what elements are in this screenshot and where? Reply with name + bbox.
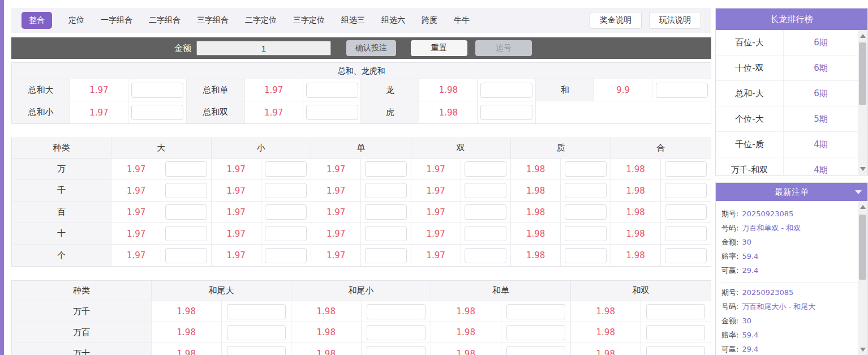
- bet-amount-input[interactable]: [565, 183, 607, 198]
- bet-amount-input[interactable]: [227, 304, 286, 319]
- bet-amount-input[interactable]: [131, 83, 183, 98]
- bet-amount-input[interactable]: [265, 161, 307, 177]
- bet-amount-input[interactable]: [367, 325, 426, 340]
- bet-amount-input[interactable]: [565, 204, 607, 220]
- tab-定位[interactable]: 定位: [68, 15, 84, 25]
- bet-amount-input[interactable]: [365, 248, 407, 263]
- order-field-amount: 金额:30: [721, 314, 858, 328]
- column-header: 种类: [12, 281, 152, 301]
- bet-amount-input[interactable]: [165, 183, 207, 198]
- orders-scrollbar[interactable]: [858, 201, 867, 355]
- bet-amount-input[interactable]: [465, 248, 506, 263]
- bet-input-cell: [361, 245, 411, 266]
- dragon-scrollbar[interactable]: [858, 30, 867, 175]
- row-label: 百: [12, 202, 111, 223]
- bet-amount-input[interactable]: [506, 304, 565, 319]
- bet-amount-input[interactable]: [506, 325, 565, 340]
- bet-amount-input[interactable]: [480, 83, 532, 98]
- bet-amount-input[interactable]: [265, 248, 307, 263]
- streak-count: 5期: [784, 106, 858, 131]
- confirm-bet-button[interactable]: 确认投注: [346, 40, 396, 56]
- bet-amount-input[interactable]: [165, 226, 207, 241]
- bet-amount-input[interactable]: [165, 161, 207, 177]
- bet-amount-input[interactable]: [265, 183, 307, 198]
- odds-value: 1.98: [511, 180, 561, 202]
- amount-input[interactable]: [196, 41, 331, 55]
- bet-input-cell: [261, 159, 311, 180]
- bet-amount-input[interactable]: [465, 183, 506, 198]
- collapse-chevron-icon[interactable]: [855, 190, 862, 194]
- latest-orders-panel: 最新注单 期号:20250923085号码:万百和单双 - 和双金额:30赔率:…: [715, 182, 868, 355]
- bet-amount-input[interactable]: [646, 325, 705, 340]
- orders-scrollbar-thumb[interactable]: [859, 215, 866, 280]
- odds-value: 1.98: [611, 245, 661, 266]
- bet-amount-input[interactable]: [131, 105, 183, 120]
- dragon-ranking-row: 个位-大5期: [716, 106, 858, 132]
- order-entry: 期号:20250923085号码:万百和尾大小 - 和尾大金额:30赔率:59.…: [721, 283, 858, 355]
- bet-amount-input[interactable]: [227, 346, 286, 355]
- bet-amount-input[interactable]: [465, 226, 506, 241]
- bet-amount-input[interactable]: [165, 204, 207, 220]
- scroll-up-icon[interactable]: [858, 202, 867, 212]
- tab-二字组合[interactable]: 二字组合: [149, 15, 181, 25]
- order-field-value: 30: [742, 238, 751, 246]
- bet-amount-input[interactable]: [656, 83, 708, 98]
- bet-amount-input[interactable]: [227, 325, 286, 340]
- dragon-scrollbar-thumb[interactable]: [859, 42, 866, 105]
- tab-一字组合[interactable]: 一字组合: [101, 15, 132, 25]
- order-field-value: 30: [742, 316, 751, 325]
- reset-button[interactable]: 重置: [411, 40, 467, 56]
- bet-amount-input[interactable]: [367, 346, 426, 355]
- bet-amount-input[interactable]: [365, 226, 407, 241]
- chase-number-button[interactable]: 追号: [475, 40, 532, 56]
- bet-amount-input[interactable]: [465, 161, 506, 177]
- bet-amount-input[interactable]: [665, 161, 707, 177]
- bet-amount-input[interactable]: [265, 204, 307, 220]
- bet-amount-input[interactable]: [480, 105, 532, 120]
- bet-amount-input[interactable]: [365, 161, 407, 177]
- bet-amount-input[interactable]: [665, 183, 707, 198]
- bet-amount-input[interactable]: [565, 161, 607, 177]
- bet-amount-input[interactable]: [665, 248, 707, 263]
- bet-amount-input[interactable]: [365, 183, 407, 198]
- scroll-up-icon[interactable]: [858, 31, 867, 41]
- tab-牛牛[interactable]: 牛牛: [454, 15, 470, 25]
- tab-组选三[interactable]: 组选三: [341, 15, 365, 25]
- bet-amount-input[interactable]: [565, 248, 607, 263]
- bet-amount-input[interactable]: [365, 204, 407, 220]
- sum-row: 总和小1.97总和双1.97虎1.98: [12, 101, 711, 123]
- row-label: 万十: [12, 343, 152, 355]
- bet-amount-input[interactable]: [367, 304, 426, 319]
- streak-count: 6期: [784, 81, 858, 106]
- prize-info-button[interactable]: 奖金说明: [590, 12, 642, 29]
- tab-组选六[interactable]: 组选六: [381, 15, 405, 25]
- tab-跨度[interactable]: 跨度: [422, 15, 437, 25]
- bet-amount-input[interactable]: [306, 105, 358, 120]
- tab-三字定位[interactable]: 三字定位: [293, 15, 325, 25]
- bet-amount-input[interactable]: [665, 226, 707, 241]
- bet-amount-input[interactable]: [506, 346, 565, 355]
- bet-amount-input[interactable]: [165, 248, 207, 263]
- scroll-down-icon[interactable]: [858, 345, 867, 354]
- odds-value: 1.98: [571, 301, 641, 322]
- bet-amount-input[interactable]: [565, 226, 607, 241]
- bet-amount-input[interactable]: [646, 304, 705, 319]
- rules-info-button[interactable]: 玩法说明: [649, 12, 701, 29]
- bet-amount-input[interactable]: [465, 204, 506, 220]
- column-header: 单: [311, 138, 411, 159]
- order-field-value: 20250923085: [742, 209, 793, 218]
- bet-input-cell: [661, 159, 711, 180]
- bet-amount-input[interactable]: [646, 346, 705, 355]
- scroll-down-icon[interactable]: [858, 164, 867, 174]
- odds-value: 9.9: [594, 79, 652, 101]
- tab-二字定位[interactable]: 二字定位: [245, 15, 277, 25]
- bet-amount-input[interactable]: [306, 83, 358, 98]
- tab-三字组合[interactable]: 三字组合: [197, 15, 229, 25]
- bet-amount-input[interactable]: [265, 226, 307, 241]
- column-header: 双: [411, 138, 512, 159]
- tab-整合[interactable]: 整合: [22, 12, 52, 29]
- odds-value: 1.97: [111, 180, 161, 202]
- bet-amount-input[interactable]: [665, 204, 707, 220]
- bet-option-label: 和: [536, 79, 594, 101]
- streak-label: 十位-双: [716, 55, 784, 80]
